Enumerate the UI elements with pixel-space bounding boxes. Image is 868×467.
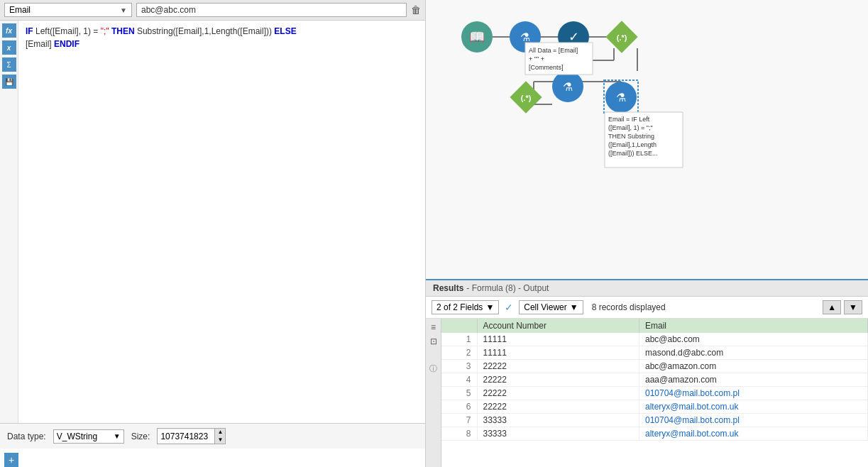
- table-row: 733333010704@mail.bot.com.pl: [441, 414, 868, 427]
- delete-button[interactable]: 🗑: [411, 4, 421, 16]
- cell-record: 3: [441, 360, 477, 373]
- data-table: Account Number Email 111111abc@abc.com21…: [441, 319, 868, 441]
- save-icon: 💾: [5, 78, 13, 86]
- table-row: 211111masond.d@abc.com: [441, 346, 868, 360]
- cell-record: 1: [441, 333, 477, 346]
- cell-record: 8: [441, 427, 477, 441]
- col-header-account: Account Number: [477, 319, 639, 333]
- cell-account-number: 33333: [477, 414, 639, 427]
- table-body: 111111abc@abc.com211111masond.d@abc.com3…: [441, 333, 868, 441]
- svg-text:📖: 📖: [469, 29, 485, 45]
- cell-record: 6: [441, 400, 477, 414]
- field-selector[interactable]: 2 of 2 Fields ▼: [432, 300, 499, 314]
- size-down-btn[interactable]: ▼: [214, 436, 225, 444]
- size-up-btn[interactable]: ▲: [214, 429, 225, 436]
- col-header-email: Email: [639, 319, 867, 333]
- formula-editor[interactable]: IF Left([Email], 1) = ";" THEN Substring…: [18, 21, 425, 423]
- navigation-controls: ▲ ▼: [823, 300, 862, 314]
- left-panel: Email ▼ 🗑 fx x Σ 💾 IF Left([Email], 1) =…: [0, 0, 426, 467]
- cell-account-number: 22222: [477, 387, 639, 400]
- cell-record: 5: [441, 387, 477, 400]
- svg-text:([Email],1,Length: ([Email],1,Length: [608, 141, 657, 148]
- datatype-dropdown-arrow: ▼: [114, 432, 121, 440]
- grid-icon-btn[interactable]: ⊡: [428, 336, 439, 347]
- svg-text:(.*): (.*): [521, 94, 532, 102]
- cell-record: 2: [441, 346, 477, 360]
- datatype-label: Data type:: [7, 432, 46, 441]
- field-name-dropdown[interactable]: Email ▼: [4, 3, 132, 17]
- cell-email: 010704@mail.bot.com.pl: [639, 387, 867, 400]
- svg-text:([Email], 1) = ";": ([Email], 1) = ";": [608, 124, 653, 131]
- regex-node-2[interactable]: (.*): [510, 81, 542, 113]
- cell-email: abc@abc.com: [639, 333, 867, 346]
- svg-text:Email = IF Left: Email = IF Left: [608, 116, 650, 123]
- nav-up-button[interactable]: ▲: [823, 300, 841, 314]
- table-header-row: Account Number Email: [441, 319, 868, 333]
- list-icon-btn[interactable]: ≡: [428, 322, 439, 333]
- formula-header: Email ▼ 🗑: [0, 0, 425, 21]
- left-side-icons: ≡ ⊡ ⓘ: [426, 319, 441, 467]
- fx-icon: fx: [6, 27, 12, 35]
- results-body: ≡ ⊡ ⓘ Account Number Email 111111abc@abc…: [426, 319, 868, 467]
- formula-node-3-selected[interactable]: ⚗: [604, 80, 638, 114]
- tooltip-2: Email = IF Left ([Email], 1) = ";" THEN …: [605, 112, 683, 167]
- cell-email: alteryx@mail.bot.com.uk: [639, 400, 867, 414]
- results-toolbar: 2 of 2 Fields ▼ ✓ Cell Viewer ▼ 8 record…: [426, 297, 868, 319]
- field-value-input[interactable]: [136, 3, 407, 17]
- fx-icon-btn[interactable]: fx: [2, 23, 16, 38]
- x-icon-btn[interactable]: x: [2, 40, 16, 55]
- svg-text:⚗: ⚗: [616, 92, 626, 104]
- cell-email: alteryx@mail.bot.com.uk: [639, 427, 867, 441]
- results-panel: Results - Formula (8) - Output 2 of 2 Fi…: [426, 279, 868, 467]
- check-icon: ✓: [505, 302, 513, 313]
- size-input[interactable]: [158, 430, 214, 443]
- svg-text:⚗: ⚗: [520, 31, 530, 43]
- cell-viewer-button[interactable]: Cell Viewer ▼: [519, 300, 583, 314]
- cell-account-number: 11111: [477, 346, 639, 360]
- svg-text:+ "" +: + "" +: [529, 55, 544, 62]
- cell-email: abc@amazon.com: [639, 360, 867, 373]
- regex-node-1[interactable]: (.*): [605, 21, 637, 53]
- table-row: 322222abc@amazon.com: [441, 360, 868, 373]
- formula-body: fx x Σ 💾 IF Left([Email], 1) = ";" THEN …: [0, 21, 425, 423]
- formula-footer: Data type: V_WString ▼ Size: ▲ ▼: [0, 423, 425, 449]
- svg-text:[Comments]: [Comments]: [529, 64, 564, 71]
- toolbar-icons: fx x Σ 💾: [0, 21, 18, 423]
- nav-down-button[interactable]: ▼: [844, 300, 862, 314]
- formula-node-2[interactable]: ⚗: [552, 71, 583, 102]
- input-node[interactable]: 📖: [461, 21, 493, 53]
- cell-account-number: 33333: [477, 427, 639, 441]
- add-formula-button[interactable]: +: [4, 453, 18, 467]
- tooltip-1: All Data = [Email] + "" + [Comments]: [525, 43, 593, 75]
- size-spinners: ▲ ▼: [214, 429, 225, 444]
- fields-label: 2 of 2 Fields: [436, 302, 483, 312]
- cell-email: 010704@mail.bot.com.pl: [639, 414, 867, 427]
- col-header-record: [441, 319, 477, 333]
- cell-viewer-label: Cell Viewer: [524, 302, 566, 312]
- cell-email: aaa@amazon.com: [639, 373, 867, 387]
- fields-dropdown-arrow: ▼: [485, 302, 494, 312]
- field-name-value: Email: [9, 5, 31, 15]
- table-row: 622222alteryx@mail.bot.com.uk: [441, 400, 868, 414]
- x-icon: x: [7, 44, 11, 52]
- cell-email: masond.d@abc.com: [639, 346, 867, 360]
- canvas-area: 📖 ⚗ ✓ (.*) ⚗: [426, 0, 868, 279]
- info-icon-btn[interactable]: ⓘ: [428, 363, 439, 374]
- cell-record: 4: [441, 373, 477, 387]
- sigma-icon-btn[interactable]: Σ: [2, 57, 16, 72]
- dropdown-arrow-icon: ▼: [120, 6, 127, 14]
- save-icon-btn[interactable]: 💾: [2, 75, 16, 89]
- table-row: 522222010704@mail.bot.com.pl: [441, 387, 868, 400]
- cell-account-number: 11111: [477, 333, 639, 346]
- svg-text:⚗: ⚗: [563, 81, 573, 93]
- size-label: Size:: [131, 432, 150, 441]
- records-count-label: 8 records displayed: [592, 302, 666, 312]
- svg-text:✓: ✓: [568, 30, 579, 44]
- table-row: 422222aaa@amazon.com: [441, 373, 868, 387]
- results-header: Results - Formula (8) - Output: [426, 280, 868, 297]
- sigma-icon: Σ: [6, 61, 11, 69]
- results-label: Results: [433, 283, 463, 293]
- cell-viewer-arrow: ▼: [570, 302, 578, 312]
- svg-text:THEN Substring: THEN Substring: [608, 133, 654, 140]
- datatype-select[interactable]: V_WString ▼: [53, 429, 124, 444]
